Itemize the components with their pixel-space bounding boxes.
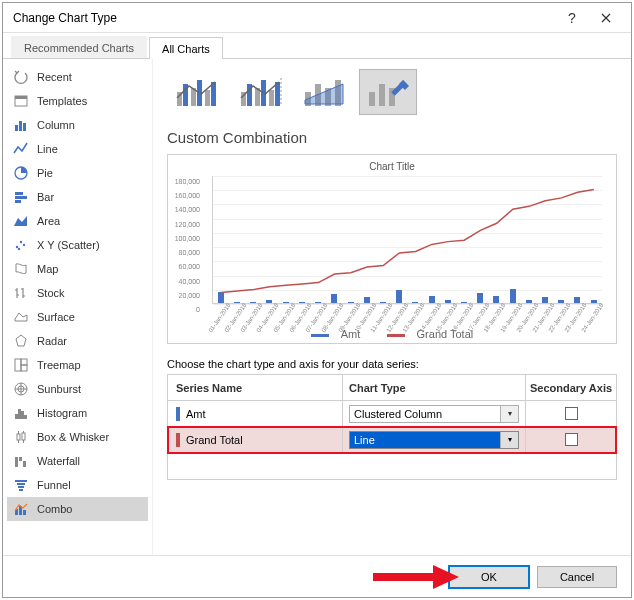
svg-rect-19 [18, 409, 21, 419]
svg-rect-30 [19, 489, 23, 491]
sidebar-item-label: X Y (Scatter) [37, 239, 100, 251]
sidebar-item-label: Combo [37, 503, 72, 515]
sidebar-item-area[interactable]: Area [7, 209, 148, 233]
chevron-down-icon: ▾ [500, 432, 518, 448]
sidebar-item-label: Templates [37, 95, 87, 107]
svg-rect-53 [373, 573, 435, 581]
sidebar-item-label: Funnel [37, 479, 71, 491]
sidebar-item-label: Stock [37, 287, 65, 299]
treemap-icon [13, 357, 29, 373]
combo-icon [13, 501, 29, 517]
series-name-label: Amt [186, 408, 206, 420]
boxwhisker-icon [13, 429, 29, 445]
waterfall-icon [13, 453, 29, 469]
svg-rect-27 [15, 480, 27, 482]
secondary-axis-checkbox-grand-total[interactable] [565, 433, 578, 446]
sidebar-item-label: Area [37, 215, 60, 227]
sidebar-item-label: Line [37, 143, 58, 155]
chevron-down-icon: ▾ [500, 406, 518, 422]
svg-rect-7 [15, 196, 27, 199]
sidebar-item-boxwhisker[interactable]: Box & Whisker [7, 425, 148, 449]
sidebar-item-waterfall[interactable]: Waterfall [7, 449, 148, 473]
svg-point-12 [18, 248, 20, 250]
cancel-button[interactable]: Cancel [537, 566, 617, 588]
svg-rect-51 [379, 84, 385, 106]
combo-subtype-3[interactable] [295, 69, 353, 115]
sidebar-item-funnel[interactable]: Funnel [7, 473, 148, 497]
sidebar-item-map[interactable]: Map [7, 257, 148, 281]
svg-rect-20 [21, 411, 24, 419]
stock-icon [13, 285, 29, 301]
svg-rect-28 [17, 483, 25, 485]
funnel-icon [13, 477, 29, 493]
svg-rect-18 [15, 414, 18, 419]
chart-type-sidebar: Recent Templates Column Line Pie Bar Are… [3, 59, 153, 555]
map-icon [13, 261, 29, 277]
series-row-amt: Amt Clustered Column▾ [168, 401, 616, 427]
svg-rect-38 [205, 90, 210, 106]
close-button[interactable] [589, 5, 623, 31]
chart-type-dropdown-amt[interactable]: Clustered Column▾ [349, 405, 519, 423]
sidebar-item-sunburst[interactable]: Sunburst [7, 377, 148, 401]
ok-button[interactable]: OK [449, 566, 529, 588]
help-button[interactable]: ? [555, 5, 589, 31]
svg-rect-24 [15, 457, 18, 467]
svg-rect-14 [21, 359, 27, 365]
sidebar-item-scatter[interactable]: X Y (Scatter) [7, 233, 148, 257]
sidebar-item-label: Radar [37, 335, 67, 347]
dialog-content: Recent Templates Column Line Pie Bar Are… [3, 59, 631, 555]
svg-point-10 [20, 241, 22, 243]
svg-rect-6 [15, 192, 23, 195]
combo-subtype-1[interactable] [167, 69, 225, 115]
column-icon [13, 117, 29, 133]
series-name-label: Grand Total [186, 434, 243, 446]
svg-rect-21 [24, 415, 27, 419]
sidebar-item-recent[interactable]: Recent [7, 65, 148, 89]
sidebar-item-label: Waterfall [37, 455, 80, 467]
svg-rect-23 [22, 433, 25, 440]
sidebar-item-bar[interactable]: Bar [7, 185, 148, 209]
series-swatch [176, 433, 180, 447]
sidebar-item-label: Treemap [37, 359, 81, 371]
svg-rect-29 [18, 486, 24, 488]
secondary-axis-checkbox-amt[interactable] [565, 407, 578, 420]
sidebar-item-combo[interactable]: Combo [7, 497, 148, 521]
sidebar-item-column[interactable]: Column [7, 113, 148, 137]
templates-icon [13, 93, 29, 109]
bar-icon [13, 189, 29, 205]
sidebar-item-stock[interactable]: Stock [7, 281, 148, 305]
sidebar-item-pie[interactable]: Pie [7, 161, 148, 185]
sidebar-item-radar[interactable]: Radar [7, 329, 148, 353]
sidebar-item-label: Recent [37, 71, 72, 83]
sidebar-item-label: Surface [37, 311, 75, 323]
header-series-name: Series Name [168, 375, 343, 400]
series-row-grand-total: Grand Total Line▾ [168, 427, 616, 453]
section-title: Custom Combination [167, 129, 617, 146]
chart-type-dropdown-grand-total[interactable]: Line▾ [349, 431, 519, 449]
tab-all-charts[interactable]: All Charts [149, 37, 223, 59]
sidebar-item-templates[interactable]: Templates [7, 89, 148, 113]
series-instruction: Choose the chart type and axis for your … [167, 358, 617, 370]
sidebar-item-histogram[interactable]: Histogram [7, 401, 148, 425]
annotation-arrow-icon [373, 565, 459, 589]
pie-icon [13, 165, 29, 181]
recent-icon [13, 69, 29, 85]
histogram-icon [13, 405, 29, 421]
tab-bar: Recommended Charts All Charts [3, 33, 631, 59]
combo-subtype-2[interactable] [231, 69, 289, 115]
sidebar-item-label: Histogram [37, 407, 87, 419]
series-grid: Series Name Chart Type Secondary Axis Am… [167, 374, 617, 480]
area-icon [13, 213, 29, 229]
sidebar-item-line[interactable]: Line [7, 137, 148, 161]
radar-icon [13, 333, 29, 349]
tab-recommended[interactable]: Recommended Charts [11, 36, 147, 58]
change-chart-type-dialog: Change Chart Type ? Recommended Charts A… [2, 2, 632, 598]
main-panel: Custom Combination Chart Title 020,00040… [153, 59, 631, 555]
line-icon [13, 141, 29, 157]
svg-rect-44 [269, 90, 274, 106]
combo-subtype-custom[interactable] [359, 69, 417, 115]
sidebar-item-surface[interactable]: Surface [7, 305, 148, 329]
svg-rect-4 [23, 123, 26, 131]
sidebar-item-treemap[interactable]: Treemap [7, 353, 148, 377]
chart-preview: Chart Title 020,00040,00060,00080,000100… [167, 154, 617, 344]
